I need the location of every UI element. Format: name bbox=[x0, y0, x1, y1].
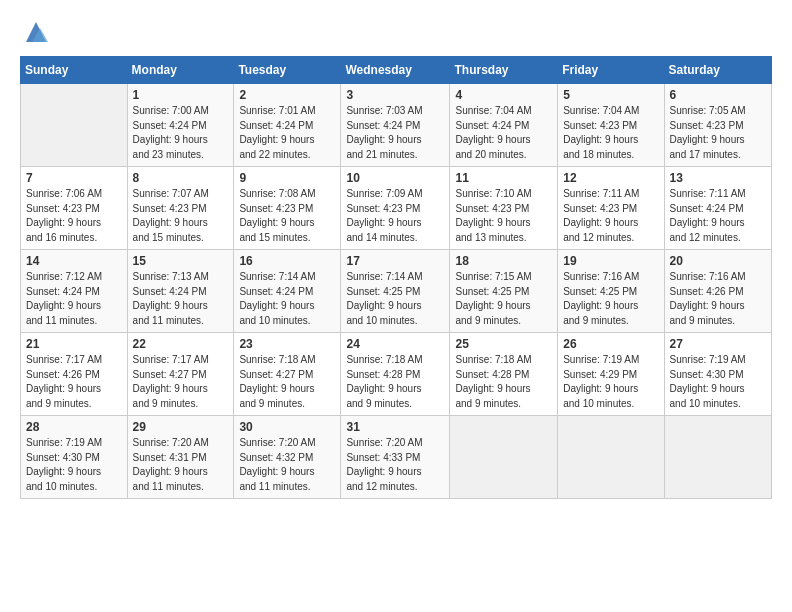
header-day: Tuesday bbox=[234, 57, 341, 84]
cell-content: Sunrise: 7:08 AM Sunset: 4:23 PM Dayligh… bbox=[239, 187, 335, 245]
calendar-cell: 12Sunrise: 7:11 AM Sunset: 4:23 PM Dayli… bbox=[558, 167, 664, 250]
cell-content: Sunrise: 7:16 AM Sunset: 4:26 PM Dayligh… bbox=[670, 270, 766, 328]
calendar-cell bbox=[450, 416, 558, 499]
calendar-cell: 25Sunrise: 7:18 AM Sunset: 4:28 PM Dayli… bbox=[450, 333, 558, 416]
logo-icon bbox=[22, 18, 50, 46]
calendar-cell: 19Sunrise: 7:16 AM Sunset: 4:25 PM Dayli… bbox=[558, 250, 664, 333]
cell-content: Sunrise: 7:00 AM Sunset: 4:24 PM Dayligh… bbox=[133, 104, 229, 162]
cell-content: Sunrise: 7:18 AM Sunset: 4:28 PM Dayligh… bbox=[346, 353, 444, 411]
cell-content: Sunrise: 7:04 AM Sunset: 4:24 PM Dayligh… bbox=[455, 104, 552, 162]
cell-content: Sunrise: 7:19 AM Sunset: 4:30 PM Dayligh… bbox=[670, 353, 766, 411]
calendar-cell bbox=[664, 416, 771, 499]
calendar-cell: 28Sunrise: 7:19 AM Sunset: 4:30 PM Dayli… bbox=[21, 416, 128, 499]
cell-content: Sunrise: 7:17 AM Sunset: 4:26 PM Dayligh… bbox=[26, 353, 122, 411]
day-number: 30 bbox=[239, 420, 335, 434]
cell-content: Sunrise: 7:19 AM Sunset: 4:29 PM Dayligh… bbox=[563, 353, 658, 411]
cell-content: Sunrise: 7:15 AM Sunset: 4:25 PM Dayligh… bbox=[455, 270, 552, 328]
cell-content: Sunrise: 7:16 AM Sunset: 4:25 PM Dayligh… bbox=[563, 270, 658, 328]
calendar-cell: 14Sunrise: 7:12 AM Sunset: 4:24 PM Dayli… bbox=[21, 250, 128, 333]
cell-content: Sunrise: 7:03 AM Sunset: 4:24 PM Dayligh… bbox=[346, 104, 444, 162]
calendar-cell: 22Sunrise: 7:17 AM Sunset: 4:27 PM Dayli… bbox=[127, 333, 234, 416]
calendar-week-row: 1Sunrise: 7:00 AM Sunset: 4:24 PM Daylig… bbox=[21, 84, 772, 167]
calendar-week-row: 14Sunrise: 7:12 AM Sunset: 4:24 PM Dayli… bbox=[21, 250, 772, 333]
cell-content: Sunrise: 7:06 AM Sunset: 4:23 PM Dayligh… bbox=[26, 187, 122, 245]
calendar-cell: 4Sunrise: 7:04 AM Sunset: 4:24 PM Daylig… bbox=[450, 84, 558, 167]
calendar-cell bbox=[21, 84, 128, 167]
calendar-cell: 20Sunrise: 7:16 AM Sunset: 4:26 PM Dayli… bbox=[664, 250, 771, 333]
calendar-cell: 2Sunrise: 7:01 AM Sunset: 4:24 PM Daylig… bbox=[234, 84, 341, 167]
day-number: 7 bbox=[26, 171, 122, 185]
day-number: 1 bbox=[133, 88, 229, 102]
calendar-cell bbox=[558, 416, 664, 499]
header-day: Thursday bbox=[450, 57, 558, 84]
calendar-cell: 3Sunrise: 7:03 AM Sunset: 4:24 PM Daylig… bbox=[341, 84, 450, 167]
cell-content: Sunrise: 7:01 AM Sunset: 4:24 PM Dayligh… bbox=[239, 104, 335, 162]
header-day: Sunday bbox=[21, 57, 128, 84]
calendar-cell: 27Sunrise: 7:19 AM Sunset: 4:30 PM Dayli… bbox=[664, 333, 771, 416]
day-number: 22 bbox=[133, 337, 229, 351]
cell-content: Sunrise: 7:05 AM Sunset: 4:23 PM Dayligh… bbox=[670, 104, 766, 162]
calendar-cell: 16Sunrise: 7:14 AM Sunset: 4:24 PM Dayli… bbox=[234, 250, 341, 333]
header-day: Monday bbox=[127, 57, 234, 84]
calendar-week-row: 28Sunrise: 7:19 AM Sunset: 4:30 PM Dayli… bbox=[21, 416, 772, 499]
day-number: 23 bbox=[239, 337, 335, 351]
calendar-cell: 10Sunrise: 7:09 AM Sunset: 4:23 PM Dayli… bbox=[341, 167, 450, 250]
cell-content: Sunrise: 7:20 AM Sunset: 4:33 PM Dayligh… bbox=[346, 436, 444, 494]
cell-content: Sunrise: 7:19 AM Sunset: 4:30 PM Dayligh… bbox=[26, 436, 122, 494]
calendar-cell: 15Sunrise: 7:13 AM Sunset: 4:24 PM Dayli… bbox=[127, 250, 234, 333]
calendar-cell: 5Sunrise: 7:04 AM Sunset: 4:23 PM Daylig… bbox=[558, 84, 664, 167]
day-number: 14 bbox=[26, 254, 122, 268]
day-number: 25 bbox=[455, 337, 552, 351]
calendar-cell: 21Sunrise: 7:17 AM Sunset: 4:26 PM Dayli… bbox=[21, 333, 128, 416]
logo bbox=[20, 18, 50, 46]
cell-content: Sunrise: 7:18 AM Sunset: 4:27 PM Dayligh… bbox=[239, 353, 335, 411]
calendar-cell: 26Sunrise: 7:19 AM Sunset: 4:29 PM Dayli… bbox=[558, 333, 664, 416]
calendar-cell: 1Sunrise: 7:00 AM Sunset: 4:24 PM Daylig… bbox=[127, 84, 234, 167]
day-number: 6 bbox=[670, 88, 766, 102]
calendar-week-row: 21Sunrise: 7:17 AM Sunset: 4:26 PM Dayli… bbox=[21, 333, 772, 416]
header bbox=[20, 18, 772, 46]
day-number: 21 bbox=[26, 337, 122, 351]
day-number: 24 bbox=[346, 337, 444, 351]
day-number: 17 bbox=[346, 254, 444, 268]
calendar-cell: 7Sunrise: 7:06 AM Sunset: 4:23 PM Daylig… bbox=[21, 167, 128, 250]
day-number: 3 bbox=[346, 88, 444, 102]
cell-content: Sunrise: 7:09 AM Sunset: 4:23 PM Dayligh… bbox=[346, 187, 444, 245]
day-number: 2 bbox=[239, 88, 335, 102]
day-number: 20 bbox=[670, 254, 766, 268]
day-number: 26 bbox=[563, 337, 658, 351]
calendar-cell: 23Sunrise: 7:18 AM Sunset: 4:27 PM Dayli… bbox=[234, 333, 341, 416]
cell-content: Sunrise: 7:04 AM Sunset: 4:23 PM Dayligh… bbox=[563, 104, 658, 162]
calendar-cell: 11Sunrise: 7:10 AM Sunset: 4:23 PM Dayli… bbox=[450, 167, 558, 250]
day-number: 16 bbox=[239, 254, 335, 268]
cell-content: Sunrise: 7:13 AM Sunset: 4:24 PM Dayligh… bbox=[133, 270, 229, 328]
header-day: Saturday bbox=[664, 57, 771, 84]
calendar-cell: 30Sunrise: 7:20 AM Sunset: 4:32 PM Dayli… bbox=[234, 416, 341, 499]
day-number: 11 bbox=[455, 171, 552, 185]
day-number: 29 bbox=[133, 420, 229, 434]
day-number: 10 bbox=[346, 171, 444, 185]
calendar-cell: 9Sunrise: 7:08 AM Sunset: 4:23 PM Daylig… bbox=[234, 167, 341, 250]
cell-content: Sunrise: 7:11 AM Sunset: 4:24 PM Dayligh… bbox=[670, 187, 766, 245]
header-day: Wednesday bbox=[341, 57, 450, 84]
day-number: 19 bbox=[563, 254, 658, 268]
cell-content: Sunrise: 7:14 AM Sunset: 4:25 PM Dayligh… bbox=[346, 270, 444, 328]
calendar-cell: 17Sunrise: 7:14 AM Sunset: 4:25 PM Dayli… bbox=[341, 250, 450, 333]
cell-content: Sunrise: 7:12 AM Sunset: 4:24 PM Dayligh… bbox=[26, 270, 122, 328]
day-number: 8 bbox=[133, 171, 229, 185]
day-number: 9 bbox=[239, 171, 335, 185]
day-number: 27 bbox=[670, 337, 766, 351]
day-number: 4 bbox=[455, 88, 552, 102]
day-number: 12 bbox=[563, 171, 658, 185]
calendar-cell: 29Sunrise: 7:20 AM Sunset: 4:31 PM Dayli… bbox=[127, 416, 234, 499]
cell-content: Sunrise: 7:17 AM Sunset: 4:27 PM Dayligh… bbox=[133, 353, 229, 411]
header-row: SundayMondayTuesdayWednesdayThursdayFrid… bbox=[21, 57, 772, 84]
day-number: 28 bbox=[26, 420, 122, 434]
cell-content: Sunrise: 7:07 AM Sunset: 4:23 PM Dayligh… bbox=[133, 187, 229, 245]
day-number: 13 bbox=[670, 171, 766, 185]
cell-content: Sunrise: 7:20 AM Sunset: 4:32 PM Dayligh… bbox=[239, 436, 335, 494]
calendar-cell: 31Sunrise: 7:20 AM Sunset: 4:33 PM Dayli… bbox=[341, 416, 450, 499]
day-number: 18 bbox=[455, 254, 552, 268]
calendar-cell: 24Sunrise: 7:18 AM Sunset: 4:28 PM Dayli… bbox=[341, 333, 450, 416]
cell-content: Sunrise: 7:18 AM Sunset: 4:28 PM Dayligh… bbox=[455, 353, 552, 411]
